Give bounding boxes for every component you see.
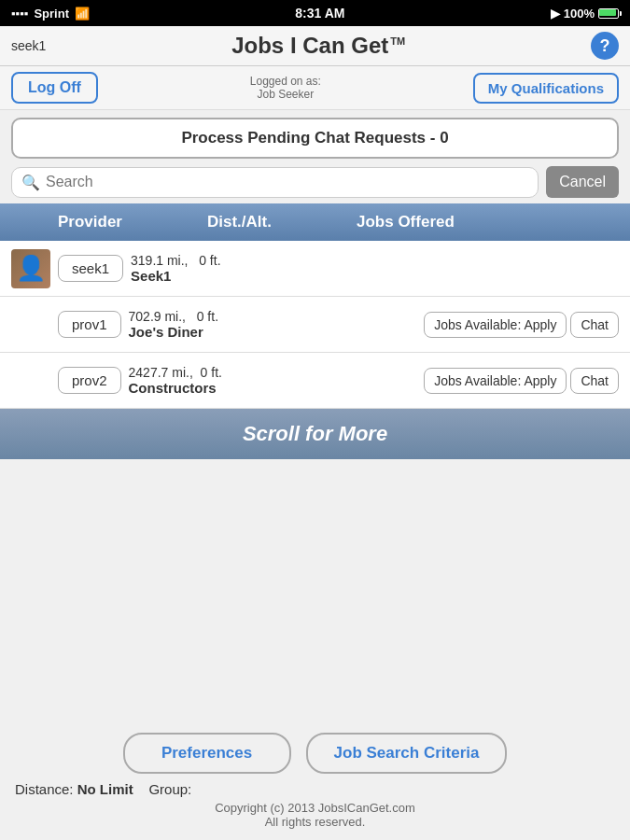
top-buttons-row: Log Off Logged on as: Job Seeker My Qual… [0, 66, 630, 110]
preferences-button[interactable]: Preferences [123, 733, 291, 774]
apply-button-prov1[interactable]: Jobs Available: Apply [424, 312, 567, 338]
job-search-criteria-button[interactable]: Job Search Criteria [306, 733, 508, 774]
header: seek1 Jobs I Can GetTM ? [0, 26, 630, 66]
table-row: prov2 2427.7 mi., 0 ft. Constructors Job… [0, 353, 630, 409]
distance-line: Distance: No Limit Group: [11, 781, 619, 797]
my-qualifications-button[interactable]: My Qualifications [473, 73, 619, 104]
avatar-cell: 👤 [11, 249, 58, 288]
scroll-more-bar: Scroll for More [0, 409, 630, 459]
table-row: 👤 seek1 319.1 mi., 0 ft. Seek1 [0, 241, 630, 297]
navigation-icon: ▶ [551, 7, 560, 21]
log-off-button[interactable]: Log Off [11, 72, 98, 104]
jobs-cell-prov2: Jobs Available: Apply Chat [424, 368, 619, 394]
signal-icon: ▪▪▪▪ [11, 7, 28, 21]
table-row: prov1 702.9 mi., 0 ft. Joe's Diner Jobs … [0, 297, 630, 353]
search-input[interactable] [46, 174, 528, 190]
chat-button-prov2[interactable]: Chat [570, 368, 619, 394]
status-left: ▪▪▪▪ Sprint 📶 [11, 7, 90, 21]
pending-chat-bar[interactable]: Process Pending Chat Requests - 0 [11, 118, 619, 159]
col-header-dist: Dist./Alt. [207, 213, 357, 231]
copyright: Copyright (c) 2013 JobsICanGet.com All r… [11, 801, 619, 829]
time-label: 8:31 AM [295, 6, 344, 21]
bottom-section: Preferences Job Search Criteria Distance… [0, 721, 630, 840]
search-icon: 🔍 [21, 174, 40, 191]
provider-button-prov2[interactable]: prov2 [58, 367, 121, 394]
search-input-wrapper: 🔍 [11, 167, 539, 198]
apply-button-prov2[interactable]: Jobs Available: Apply [424, 368, 567, 394]
provider-button-prov1[interactable]: prov1 [58, 311, 121, 338]
dist-info-prov2: 2427.7 mi., 0 ft. Constructors [121, 365, 425, 396]
table-body: 👤 seek1 319.1 mi., 0 ft. Seek1 prov1 702… [0, 241, 630, 409]
col-header-provider: Provider [58, 213, 207, 231]
search-bar: 🔍 Cancel [11, 166, 619, 198]
battery-icon [598, 8, 619, 19]
app-title: Jobs I Can GetTM [46, 33, 591, 59]
dist-info-prov1: 702.9 mi., 0 ft. Joe's Diner [121, 309, 425, 340]
cancel-button[interactable]: Cancel [546, 166, 619, 198]
logged-on-info: Logged on as: Job Seeker [250, 75, 321, 101]
col-header-jobs: Jobs Offered [357, 213, 619, 231]
status-right: ▶ 100% [551, 7, 619, 21]
jobs-cell-prov1: Jobs Available: Apply Chat [424, 312, 619, 338]
avatar: 👤 [11, 249, 50, 288]
username-label: seek1 [11, 38, 46, 53]
table-header: Provider Dist./Alt. Jobs Offered [0, 203, 630, 241]
provider-button-seek1[interactable]: seek1 [58, 255, 123, 282]
bottom-buttons: Preferences Job Search Criteria [11, 733, 619, 774]
help-button[interactable]: ? [591, 32, 619, 60]
battery-label: 100% [564, 7, 595, 21]
status-bar: ▪▪▪▪ Sprint 📶 8:31 AM ▶ 100% [0, 0, 630, 26]
carrier-label: Sprint [34, 7, 69, 21]
wifi-icon: 📶 [75, 7, 90, 21]
dist-info-seek1: 319.1 mi., 0 ft. Seek1 [123, 253, 619, 284]
chat-button-prov1[interactable]: Chat [570, 312, 619, 338]
